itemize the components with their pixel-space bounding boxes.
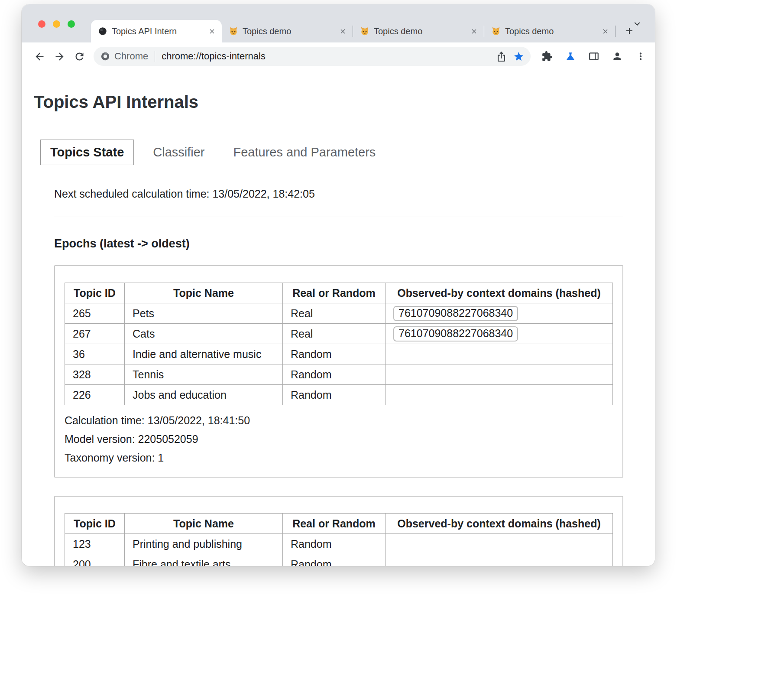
header-real-or-random: Real or Random [283, 283, 386, 303]
epoch-box-latest: Topic ID Topic Name Real or Random Obser… [54, 265, 623, 478]
topics-state-panel: Next scheduled calculation time: 13/05/2… [54, 188, 623, 566]
real-or-random-cell: Random [283, 344, 386, 364]
topic-name-cell: Printing and publishing [125, 534, 283, 554]
table-header-row: Topic ID Topic Name Real or Random Obser… [65, 283, 613, 303]
address-url: chrome://topics-internals [162, 51, 492, 62]
browser-tab-topics-demo-1[interactable]: Topics demo [222, 20, 353, 42]
topic-name-cell: Fibre and textile arts [125, 554, 283, 566]
topic-id-cell: 267 [65, 324, 125, 344]
tab-title: Topics demo [243, 26, 333, 36]
side-panel-icon[interactable] [584, 47, 603, 66]
traffic-lights [38, 20, 75, 28]
cat-favicon-icon [491, 26, 501, 36]
topic-id-cell: 226 [65, 385, 125, 405]
cat-favicon-icon [360, 26, 369, 36]
toolbar-actions [538, 47, 650, 66]
epoch-table: Topic ID Topic Name Real or Random Obser… [65, 283, 613, 405]
header-topic-id: Topic ID [65, 514, 125, 534]
chrome-logo-icon [100, 52, 110, 61]
page-title: Topics API Internals [34, 92, 655, 112]
hashed-domain-value[interactable]: 7610709088227068340 [393, 326, 518, 342]
domains-cell [386, 534, 613, 554]
browser-tab-topics-demo-3[interactable]: Topics demo [484, 20, 615, 42]
tab-close-icon[interactable] [337, 26, 348, 37]
browser-window: Topics API Intern Topics demo [22, 4, 655, 566]
real-or-random-cell: Random [283, 385, 386, 405]
real-or-random-cell: Random [283, 554, 386, 566]
menu-dots-icon[interactable] [631, 47, 650, 66]
internals-favicon-icon [98, 26, 107, 36]
forward-button[interactable] [49, 46, 69, 66]
epochs-heading: Epochs (latest -> oldest) [54, 237, 623, 250]
profile-icon[interactable] [608, 47, 627, 66]
topic-id-cell: 123 [65, 534, 125, 554]
real-or-random-cell: Random [283, 534, 386, 554]
address-site-label: Chrome [114, 51, 148, 62]
topic-id-cell: 265 [65, 303, 125, 324]
topic-id-cell: 328 [65, 364, 125, 385]
back-button[interactable] [29, 46, 49, 66]
model-version: Model version: 2205052059 [65, 430, 613, 449]
page-content: Topics API Internals Topics State Classi… [22, 92, 655, 566]
header-topic-id: Topic ID [65, 283, 125, 303]
domains-cell [386, 385, 613, 405]
topic-id-cell: 200 [65, 554, 125, 566]
bookmark-star-icon[interactable] [510, 48, 527, 65]
topic-name-cell: Indie and alternative music [125, 344, 283, 364]
header-real-or-random: Real or Random [283, 514, 386, 534]
table-row: 226 Jobs and education Random [65, 385, 613, 405]
browser-tab-topics-demo-2[interactable]: Topics demo [353, 20, 484, 42]
tab-close-icon[interactable] [206, 26, 217, 37]
tab-features-and-parameters[interactable]: Features and Parameters [224, 140, 386, 165]
zoom-window-button[interactable] [68, 20, 75, 28]
desktop: Topics API Intern Topics demo [0, 0, 784, 683]
tab-title: Topics API Intern [112, 26, 202, 36]
table-row: 123 Printing and publishing Random [65, 534, 613, 554]
header-observed-domains: Observed-by context domains (hashed) [386, 283, 613, 303]
domains-cell: 7610709088227068340 [386, 324, 613, 344]
experiments-flask-icon[interactable] [561, 47, 580, 66]
tab-topics-state[interactable]: Topics State [40, 140, 134, 165]
tab-title: Topics demo [374, 26, 464, 36]
page-tabs: Topics State Classifier Features and Par… [34, 140, 655, 165]
table-row: 36 Indie and alternative music Random [65, 344, 613, 364]
topic-name-cell: Cats [125, 324, 283, 344]
address-bar[interactable]: Chrome chrome://topics-internals [94, 47, 531, 66]
tab-strip: Topics API Intern Topics demo [22, 4, 655, 42]
share-button[interactable] [492, 48, 510, 65]
tab-close-icon[interactable] [599, 26, 611, 37]
real-or-random-cell: Real [283, 303, 386, 324]
tab-classifier[interactable]: Classifier [143, 140, 214, 165]
browser-tab-topics-internals[interactable]: Topics API Intern [91, 20, 222, 42]
taxonomy-version: Taxonomy version: 1 [65, 449, 613, 467]
header-observed-domains: Observed-by context domains (hashed) [386, 514, 613, 534]
address-separator [155, 51, 155, 62]
table-row: 200 Fibre and textile arts Random [65, 554, 613, 566]
extensions-icon[interactable] [538, 47, 557, 66]
reload-button[interactable] [69, 46, 89, 66]
topic-name-cell: Jobs and education [125, 385, 283, 405]
next-calculation-time: Next scheduled calculation time: 13/05/2… [54, 188, 623, 200]
domains-cell [386, 364, 613, 385]
topic-id-cell: 36 [65, 344, 125, 364]
close-window-button[interactable] [38, 20, 45, 28]
hashed-domain-value[interactable]: 7610709088227068340 [393, 306, 518, 321]
tab-title: Topics demo [505, 26, 595, 36]
minimize-window-button[interactable] [53, 20, 60, 28]
tab-search-chevron-icon[interactable] [630, 16, 645, 31]
divider [54, 217, 623, 217]
header-topic-name: Topic Name [125, 283, 283, 303]
domains-cell: 7610709088227068340 [386, 303, 613, 324]
topic-name-cell: Tennis [125, 364, 283, 385]
real-or-random-cell: Random [283, 364, 386, 385]
tab-close-icon[interactable] [468, 26, 479, 37]
cat-favicon-icon [229, 26, 238, 36]
tab-divider [615, 26, 616, 37]
epoch-table: Topic ID Topic Name Real or Random Obser… [65, 513, 613, 566]
browser-toolbar: Chrome chrome://topics-internals [22, 42, 655, 70]
domains-cell [386, 344, 613, 364]
table-row: 265 Pets Real 7610709088227068340 [65, 303, 613, 324]
topic-name-cell: Pets [125, 303, 283, 324]
table-header-row: Topic ID Topic Name Real or Random Obser… [65, 514, 613, 534]
table-row: 267 Cats Real 7610709088227068340 [65, 324, 613, 344]
